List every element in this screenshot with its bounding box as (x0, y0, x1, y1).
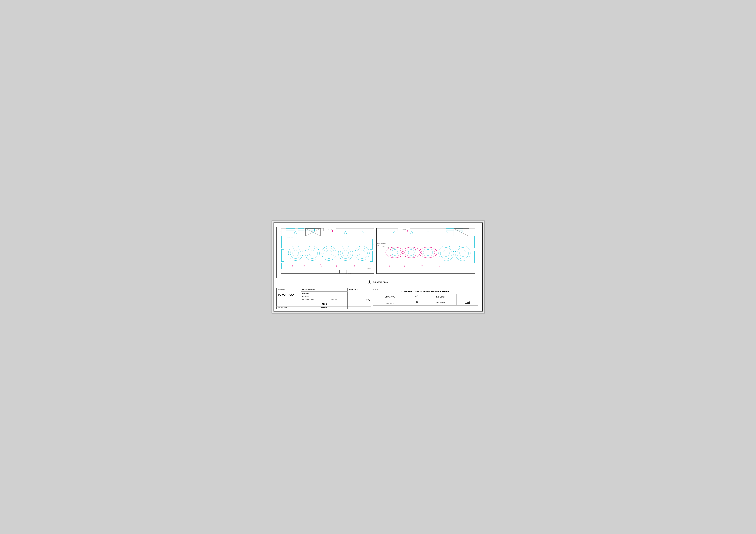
svg-text:H=1.80 M: H=1.80 M (287, 238, 290, 239)
floor-plan: store store (276, 227, 480, 278)
svg-text:WOODEN SHELF: WOODEN SHELF (287, 238, 293, 238)
drawing-number-circle: 1 (368, 280, 371, 284)
svg-text:MIRROR: MIRROR (367, 268, 371, 269)
inner-border: store store (275, 224, 481, 310)
legend-floor-label: FLOOR SOCKET 220 V, 2P+E, 20 A (425, 294, 457, 300)
key-plan-text: ALL HEIGHTS OF SOCKETS ARE MEASURED FROM… (373, 291, 478, 293)
project-no-cell: PROJECT NO : (348, 288, 371, 298)
drawing-number-label-cell: DRAWING NUMBER (301, 298, 330, 302)
svg-text:2.0: 2.0 (311, 262, 313, 262)
svg-point-116 (417, 296, 418, 297)
checked-cell: CHECKED : (301, 291, 348, 295)
svg-text:2.0: 2.0 (295, 262, 296, 262)
svg-marker-120 (465, 301, 470, 304)
drawing-label-text: ELECTRIC PLAN (373, 281, 388, 283)
design-drawn-cell: DESGIN& DRAWN BY: (301, 288, 348, 291)
svg-text:2.0: 2.0 (328, 262, 330, 262)
title-block-area: SHEET TITLE POWER PLAN DESGIN& DRAWN BY:… (275, 287, 481, 310)
legend-power-icon (409, 300, 425, 306)
sheet-title-cell: SHEET TITLE POWER PLAN (276, 288, 301, 306)
legend-power-label: POWER SOCKET 220 V, 2P+E, 20 A (373, 300, 409, 306)
dwg-rev-label-cell: DWG REV (330, 298, 348, 302)
cad-file-cell: CAD FILE NAME (276, 307, 301, 309)
title-block-table: SHEET TITLE POWER PLAN DESGIN& DRAWN BY:… (276, 288, 480, 309)
svg-rect-110 (374, 228, 376, 274)
svg-point-115 (416, 296, 417, 297)
sn-value-cell: A000 (301, 302, 348, 306)
svg-text:2.0: 2.0 (345, 262, 346, 262)
svg-text:store: store (402, 228, 405, 230)
svg-text:DISPLAY CABINET: DISPLAY CABINET (306, 246, 312, 247)
approved-cell: APPROVED : (301, 295, 348, 298)
sheet-title-label: SHEET TITLE (278, 289, 299, 290)
legend-duplex-icon (409, 294, 425, 300)
outer-border: store store (274, 223, 483, 311)
rev-date-cell: REV DATE (301, 307, 348, 309)
main-title: POWER PLAN (278, 294, 299, 296)
legend-panel-label: ELECTRIC PANEL (425, 300, 457, 306)
key-plan-label: KEY PLAN (373, 289, 478, 290)
legend-table: DUPLEX SOCKET 220 V, 2P+E, 16 / 20 A (373, 294, 478, 306)
sn-num-cell (348, 302, 371, 306)
key-plan-cell: KEY PLAN ALL HEIGHTS OF SOCKETS ARE MEAS… (371, 288, 480, 306)
rev-date-value-cell (348, 307, 371, 309)
legend-floor-icon: F (457, 294, 478, 300)
legend-duplex-label: DUPLEX SOCKET 220 V, 2P+E, 16 / 20 A (373, 294, 409, 300)
legend-panel-icon (457, 300, 478, 306)
sn-label-cell: S.N. (348, 298, 371, 302)
drawing-label: 1 ELECTRIC PLAN (276, 280, 480, 284)
svg-text:store: store (328, 228, 331, 230)
svg-text:2.0: 2.0 (362, 262, 363, 262)
drawing-area: store store (275, 224, 481, 287)
page-wrapper: store store (272, 221, 485, 313)
